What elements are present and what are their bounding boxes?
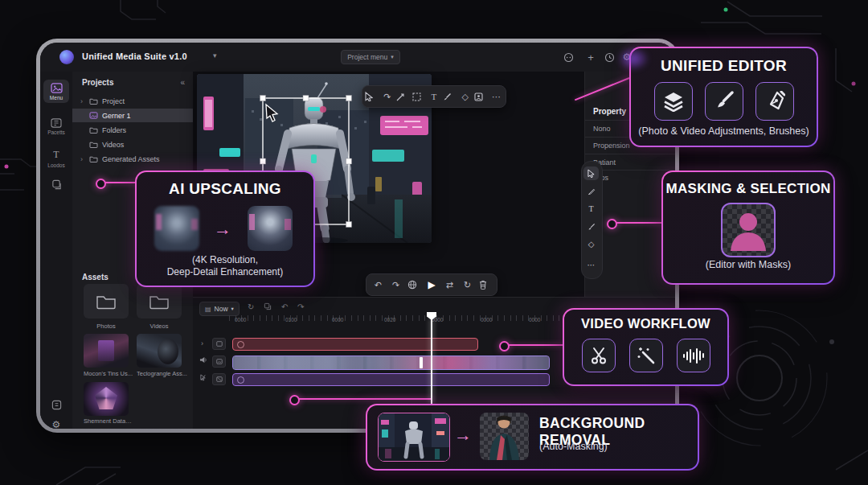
undo-icon[interactable]: ↶ bbox=[281, 302, 288, 311]
tree-item-videos[interactable]: Videos bbox=[72, 138, 193, 151]
rail-item-info[interactable] bbox=[43, 400, 69, 412]
track-expand-icon[interactable]: › bbox=[201, 339, 203, 347]
render-sphere-icon[interactable] bbox=[407, 280, 420, 290]
tool-rail: T ◇ ⋯ bbox=[581, 161, 603, 279]
app-title: Unified Media Suite v1.0 bbox=[82, 51, 187, 61]
upscale-before-thumbnail bbox=[154, 206, 199, 251]
trim-icon[interactable]: ⇄ bbox=[443, 280, 456, 290]
track2-thumb-icon[interactable] bbox=[212, 356, 226, 368]
asset-thumbnail[interactable] bbox=[84, 334, 129, 368]
brush-tool-icon[interactable] bbox=[583, 220, 599, 233]
effects-clip[interactable] bbox=[232, 373, 550, 386]
layers-icon bbox=[654, 82, 693, 121]
rotate-tool-icon[interactable]: ↷ bbox=[381, 92, 394, 102]
chevron-right-icon: › bbox=[80, 155, 85, 163]
left-rail: Menu Pacetts T Loodos bbox=[40, 72, 73, 429]
redo-icon[interactable]: ↷ bbox=[390, 280, 403, 290]
playhead-line[interactable] bbox=[431, 319, 432, 404]
property-item[interactable]: Nono bbox=[593, 125, 611, 133]
assets-folder-videos[interactable] bbox=[137, 284, 182, 319]
callout-title: AI UPSCALING bbox=[137, 180, 313, 198]
trash-icon[interactable] bbox=[479, 280, 492, 290]
rail-item-pacetts[interactable]: Pacetts bbox=[43, 118, 69, 135]
text-tool-icon[interactable]: T bbox=[583, 202, 599, 216]
comments-icon[interactable] bbox=[561, 50, 575, 64]
marquee-tool-icon[interactable] bbox=[412, 92, 425, 101]
pen-nib-icon bbox=[755, 82, 794, 121]
callout-background-removal: → BACKGROUND REMOVAL (Auto-Masking) bbox=[366, 404, 699, 471]
canvas-toolbar: ↷ T ◇ ⋯ bbox=[362, 85, 506, 108]
tree-label: Videos bbox=[102, 141, 124, 149]
project-menu-button[interactable]: Project menu ▾ bbox=[341, 50, 400, 64]
clip-insert-marker[interactable] bbox=[420, 357, 423, 368]
property-item[interactable]: Propension bbox=[593, 142, 630, 150]
tree-item-folders[interactable]: Folders bbox=[72, 123, 193, 137]
select-tool-icon[interactable] bbox=[365, 92, 378, 101]
frame-tool-icon[interactable] bbox=[474, 92, 487, 101]
collapse-panel-icon[interactable]: « bbox=[180, 78, 185, 87]
ruler-tick: 0000 bbox=[481, 317, 492, 323]
add-icon[interactable]: + bbox=[583, 50, 598, 64]
play-button[interactable]: ▶ bbox=[425, 279, 438, 290]
chevron-down-icon[interactable]: ▾ bbox=[213, 51, 217, 60]
now-label: Now bbox=[215, 305, 228, 313]
brush-icon bbox=[705, 82, 743, 121]
playback-bar: ↶ ↷ ▶ ⇄ ↻ bbox=[366, 273, 497, 296]
text-tool-icon: T bbox=[43, 149, 69, 161]
duplicate-icon[interactable] bbox=[264, 302, 272, 310]
shape-tool-icon[interactable]: ◇ bbox=[459, 92, 472, 102]
assets-header: Assets bbox=[82, 273, 108, 282]
rail-label: Pacetts bbox=[47, 129, 65, 135]
connector-node bbox=[499, 341, 510, 351]
property-header: Property bbox=[593, 107, 626, 116]
track-lock-icon[interactable] bbox=[199, 374, 207, 381]
video-clip[interactable] bbox=[232, 356, 550, 370]
brush-tool-icon[interactable] bbox=[443, 92, 456, 101]
audio-clip[interactable] bbox=[232, 338, 478, 351]
copy-file-icon bbox=[43, 179, 69, 190]
track1-thumb-icon[interactable] bbox=[212, 338, 226, 350]
asset-thumbnail[interactable] bbox=[84, 382, 129, 416]
text-tool-icon[interactable]: T bbox=[428, 92, 440, 101]
wand-icon bbox=[629, 339, 663, 372]
purple-glow-decoration bbox=[617, 47, 649, 71]
rail-item-loodos[interactable]: T Loodos bbox=[43, 149, 69, 168]
shape-tool-icon[interactable]: ◇ bbox=[583, 237, 599, 251]
history-clock-icon[interactable] bbox=[602, 50, 616, 64]
settings-gear-icon[interactable]: ⚙ bbox=[43, 419, 69, 429]
cut-tool-icon[interactable] bbox=[396, 92, 409, 101]
refresh-icon[interactable]: ↻ bbox=[461, 280, 474, 290]
redo-icon[interactable]: ↷ bbox=[297, 302, 304, 311]
callout-subtitle: (Editor with Masks) bbox=[663, 259, 833, 270]
assets-folder-photos[interactable] bbox=[84, 284, 129, 319]
callout-title: MASKING & SELECTION bbox=[663, 181, 833, 197]
tree-item-gerner1-selected[interactable]: Gerner 1 bbox=[72, 109, 193, 122]
image-icon bbox=[89, 112, 98, 119]
undo-icon[interactable]: ↶ bbox=[371, 280, 384, 290]
timeline-now-button[interactable]: ▤ Now ▾ bbox=[199, 302, 240, 316]
tree-item-project[interactable]: › Project bbox=[72, 94, 193, 108]
waveform-icon bbox=[677, 339, 710, 372]
project-menu-label: Project menu bbox=[347, 53, 387, 61]
stage: Unified Media Suite v1.0 ▾ Project menu … bbox=[0, 0, 868, 485]
arrow-right-icon: → bbox=[214, 219, 231, 240]
folder-icon bbox=[89, 141, 98, 148]
more-tools-icon[interactable]: ⋯ bbox=[490, 92, 503, 102]
track-audio-icon[interactable] bbox=[199, 356, 207, 364]
rail-item-menu[interactable]: Menu bbox=[43, 80, 69, 103]
select-tool-icon[interactable] bbox=[583, 166, 599, 180]
asset-thumbnail[interactable] bbox=[137, 334, 182, 368]
callout-subtitle: (Auto-Masking) bbox=[539, 441, 608, 452]
assets-folder-label: Videos bbox=[137, 323, 182, 330]
pen-tool-icon[interactable] bbox=[583, 184, 599, 198]
track3-thumb-icon[interactable] bbox=[212, 373, 226, 385]
person-mask-icon bbox=[721, 203, 776, 257]
layout-icon: ▤ bbox=[205, 306, 211, 313]
rail-label: Menu bbox=[50, 95, 63, 101]
more-tools-icon[interactable]: ⋯ bbox=[583, 258, 599, 272]
loop-icon[interactable]: ↻ bbox=[248, 302, 254, 311]
rail-item-files[interactable] bbox=[43, 179, 69, 191]
arrow-right-icon: → bbox=[454, 425, 472, 446]
tree-item-generated-assets[interactable]: › Generated Assets bbox=[72, 152, 193, 166]
tree-label: Project bbox=[102, 97, 125, 105]
